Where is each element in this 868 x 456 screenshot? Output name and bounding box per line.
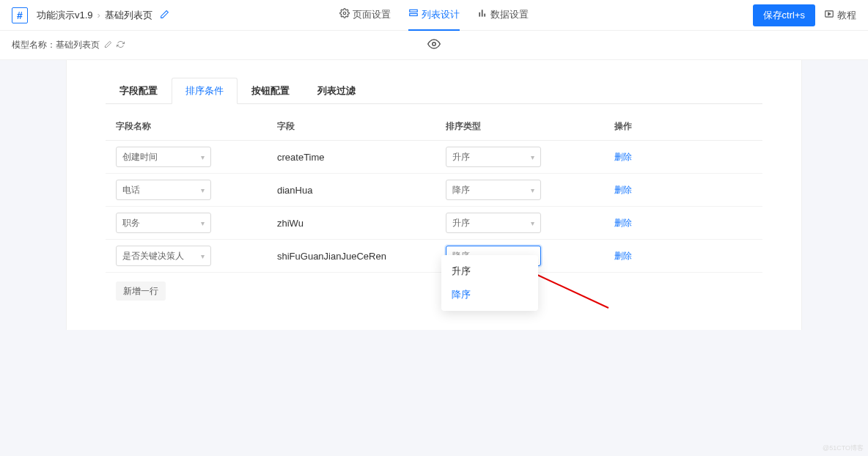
chevron-down-icon: ▾ xyxy=(201,186,205,194)
breadcrumb-item-2[interactable]: 基础列表页 xyxy=(105,9,152,22)
play-icon xyxy=(824,9,834,21)
th-field-name: 字段名称 xyxy=(116,120,277,133)
tab-field-config[interactable]: 字段配置 xyxy=(106,78,172,103)
field-value: zhiWu xyxy=(277,218,446,229)
tab-list-filter[interactable]: 列表过滤 xyxy=(304,78,369,103)
svg-line-10 xyxy=(526,270,608,308)
chevron-down-icon: ▾ xyxy=(201,219,205,227)
sort-type-select[interactable]: 降序▾ xyxy=(446,180,541,200)
chevron-down-icon: ▾ xyxy=(201,153,205,161)
field-name-select[interactable]: 电话▾ xyxy=(116,180,211,200)
breadcrumb-item-1[interactable]: 功能演示v1.9 xyxy=(37,9,93,22)
tutorial-link[interactable]: 教程 xyxy=(824,9,856,22)
chart-icon xyxy=(477,8,488,21)
delete-link[interactable]: 删除 xyxy=(614,251,632,261)
dropdown-option-desc[interactable]: 降序 xyxy=(441,283,538,306)
field-value: shiFuGuanJianJueCeRen xyxy=(277,251,446,262)
sort-type-select[interactable]: 升序▾ xyxy=(446,147,541,167)
chevron-down-icon: ▾ xyxy=(531,186,534,194)
svg-marker-7 xyxy=(828,12,831,15)
svg-rect-1 xyxy=(410,10,418,12)
field-name-select[interactable]: 创建时间▾ xyxy=(116,147,211,167)
svg-rect-5 xyxy=(484,14,485,17)
table-row: 职务▾ zhiWu 升序▾ 删除 xyxy=(106,207,762,240)
model-label: 模型名称：基础列表页 xyxy=(12,39,100,51)
refresh-icon[interactable] xyxy=(117,40,125,51)
breadcrumb: 功能演示v1.9 › 基础列表页 xyxy=(37,9,169,22)
delete-link[interactable]: 删除 xyxy=(614,152,632,162)
dropdown-option-asc[interactable]: 升序 xyxy=(441,260,538,283)
sort-dropdown: 升序 降序 xyxy=(441,255,538,311)
th-operation: 操作 xyxy=(614,120,752,133)
preview-icon[interactable] xyxy=(427,37,441,53)
tab-list-design[interactable]: 列表设计 xyxy=(408,0,460,31)
edit-model-icon[interactable] xyxy=(104,40,112,51)
app-logo[interactable]: # xyxy=(12,7,28,23)
field-name-select[interactable]: 是否关键决策人▾ xyxy=(116,246,211,266)
delete-link[interactable]: 删除 xyxy=(614,185,632,195)
sort-type-select[interactable]: 升序▾ xyxy=(446,213,541,233)
svg-rect-4 xyxy=(482,10,483,16)
svg-rect-2 xyxy=(410,14,418,16)
svg-point-8 xyxy=(433,43,436,46)
tab-button-config[interactable]: 按钮配置 xyxy=(238,78,304,103)
chevron-down-icon: ▾ xyxy=(201,252,205,260)
tab-page-settings[interactable]: 页面设置 xyxy=(339,0,391,31)
table-row: 是否关键决策人▾ shiFuGuanJianJueCeRen 降序▴ 删除 xyxy=(106,240,762,273)
delete-link[interactable]: 删除 xyxy=(614,218,632,228)
table-row: 电话▾ dianHua 降序▾ 删除 xyxy=(106,174,762,207)
save-button[interactable]: 保存ctrl+s xyxy=(753,4,815,26)
svg-point-0 xyxy=(343,12,346,15)
tab-data-settings[interactable]: 数据设置 xyxy=(477,0,529,31)
add-row-button[interactable]: 新增一行 xyxy=(116,282,166,301)
field-value: dianHua xyxy=(277,185,446,196)
chevron-down-icon: ▾ xyxy=(531,153,534,161)
edit-icon[interactable] xyxy=(160,10,169,21)
watermark: @51CTO博客 xyxy=(823,444,864,453)
tab-sort-condition[interactable]: 排序条件 xyxy=(172,78,238,104)
field-value: createTime xyxy=(277,152,446,163)
svg-rect-3 xyxy=(479,12,480,17)
breadcrumb-separator: › xyxy=(98,10,100,21)
chevron-down-icon: ▾ xyxy=(531,219,534,227)
th-sort-type: 排序类型 xyxy=(446,120,614,133)
th-field: 字段 xyxy=(277,120,446,133)
field-name-select[interactable]: 职务▾ xyxy=(116,213,211,233)
gear-icon xyxy=(339,8,350,21)
list-design-icon xyxy=(408,8,419,21)
table-row: 创建时间▾ createTime 升序▾ 删除 xyxy=(106,141,762,174)
